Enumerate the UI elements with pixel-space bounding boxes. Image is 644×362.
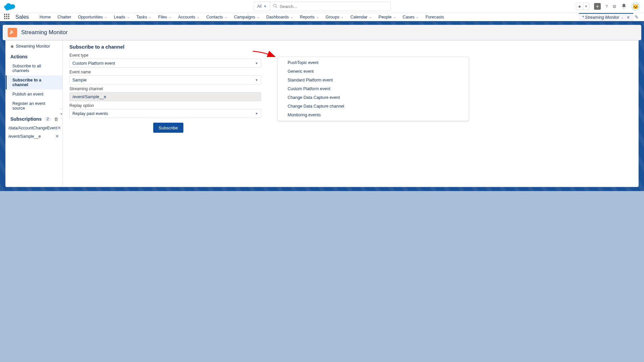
nav-item-people[interactable]: People⌄ xyxy=(375,13,399,21)
global-header: All ▼ ★ ▼ ＋ ? ⚙ 🐱 xyxy=(0,0,644,13)
active-tab-label: * Streaming Monitor xyxy=(582,15,619,20)
chevron-down-icon: ⌄ xyxy=(369,15,372,19)
page-title: Streaming Monitor xyxy=(21,29,68,36)
dropdown-option[interactable]: Standard Platform event xyxy=(278,76,469,84)
nav-item-home[interactable]: Home xyxy=(36,13,54,21)
nav-item-opportunities[interactable]: Opportunities⌄ xyxy=(74,13,110,21)
app-name: Sales xyxy=(15,14,29,20)
dropdown-option[interactable]: Monitoring events xyxy=(278,111,469,119)
chevron-down-icon: ⌄ xyxy=(416,15,419,19)
salesforce-logo-icon xyxy=(4,2,17,11)
event-type-select[interactable]: Custom Platform event ▼ xyxy=(69,59,261,68)
chevron-down-icon: ⌄ xyxy=(149,15,152,19)
chevron-down-icon: ▼ xyxy=(255,78,258,82)
subscription-label: /event/Sample__e xyxy=(8,134,41,139)
chevron-down-icon: ⌄ xyxy=(291,15,293,19)
chevron-down-icon: ⌄ xyxy=(393,15,396,19)
user-avatar[interactable]: 🐱 xyxy=(631,2,640,11)
nav-item-label: Groups xyxy=(326,15,339,19)
main-card: ◉ Streaming Monitor Actions Subscribe to… xyxy=(5,40,639,187)
dropdown-option[interactable]: Change Data Capture event xyxy=(278,93,469,102)
sidebar-action-2[interactable]: Publish an event xyxy=(6,89,62,99)
nav-item-dashboards[interactable]: Dashboards⌄ xyxy=(263,13,296,21)
header-actions: ★ ▼ ＋ ? ⚙ 🐱 xyxy=(576,2,640,11)
nav-tabs: HomeChatterOpportunities⌄Leads⌄Tasks⌄Fil… xyxy=(36,13,579,21)
nav-item-leads[interactable]: Leads⌄ xyxy=(111,13,133,21)
search-scope-dropdown[interactable]: All ▼ xyxy=(253,2,270,11)
subscription-item[interactable]: /data/AccountChangeEvent✕ xyxy=(6,124,62,132)
question-icon: ? xyxy=(605,4,608,9)
global-add-button[interactable]: ＋ xyxy=(594,3,601,10)
nav-item-chatter[interactable]: Chatter xyxy=(54,13,74,21)
replay-option-select[interactable]: Replay past events ▼ xyxy=(69,109,261,118)
nav-item-label: Cases xyxy=(403,15,414,19)
global-search: All ▼ xyxy=(253,2,391,11)
dropdown-option[interactable]: Custom Platform event xyxy=(278,84,469,93)
chevron-down-icon: ⌄ xyxy=(257,15,259,19)
remove-subscription-icon[interactable]: ✕ xyxy=(55,134,59,139)
sidebar-action-3[interactable]: Register an event source xyxy=(6,99,62,113)
chevron-down-icon: ⌄ xyxy=(105,15,107,19)
nav-item-tasks[interactable]: Tasks⌄ xyxy=(133,13,155,21)
nav-item-label: Home xyxy=(40,15,51,19)
nav-item-label: Reports xyxy=(300,15,315,19)
nav-item-reports[interactable]: Reports⌄ xyxy=(297,13,323,21)
chevron-down-icon: ▼ xyxy=(583,5,589,8)
streaming-channel-field: /event/Sample__e xyxy=(69,92,261,101)
sidebar-action-0[interactable]: Subscribe to all channels xyxy=(6,61,62,75)
tab-streaming-monitor[interactable]: * Streaming Monitor ⌄ ✕ xyxy=(579,13,633,21)
chevron-down-icon: ⌄ xyxy=(225,15,227,19)
nav-item-contacts[interactable]: Contacts⌄ xyxy=(203,13,231,21)
chevron-left-icon: ◂ xyxy=(60,112,62,115)
content-title: Subscribe to a channel xyxy=(69,44,632,50)
chevron-down-icon: ⌄ xyxy=(621,16,624,19)
search-input[interactable] xyxy=(270,2,391,11)
favorites-button[interactable]: ★ ▼ xyxy=(576,3,589,10)
streaming-channel-value: /event/Sample__e xyxy=(72,95,106,99)
page-header: Streaming Monitor xyxy=(3,25,641,40)
dropdown-option[interactable]: PushTopic event xyxy=(278,58,469,67)
nav-item-label: People xyxy=(378,15,392,19)
dropdown-option[interactable]: Change Data Capture channel xyxy=(278,102,469,111)
subscribe-button[interactable]: Subscribe xyxy=(153,123,183,133)
blue-background-band: Streaming Monitor ◉ Streaming Monitor Ac… xyxy=(0,22,644,191)
sidebar-collapse-handle[interactable]: ◂ xyxy=(60,109,63,119)
nav-item-campaigns[interactable]: Campaigns⌄ xyxy=(231,13,263,21)
event-name-select[interactable]: Sample ▼ xyxy=(69,75,261,84)
sidebar-action-1[interactable]: Subscribe to a channel xyxy=(6,75,62,89)
nav-item-accounts[interactable]: Accounts⌄ xyxy=(175,13,203,21)
edit-nav-button[interactable]: ✎ xyxy=(633,14,640,20)
chevron-down-icon: ⌄ xyxy=(127,15,130,19)
nav-item-forecasts[interactable]: Forecasts xyxy=(422,13,447,21)
help-button[interactable]: ? xyxy=(605,4,608,9)
dropdown-option[interactable]: Generic event xyxy=(278,67,469,76)
close-tab-icon[interactable]: ✕ xyxy=(627,15,630,20)
bell-icon xyxy=(621,3,627,10)
app-launcher-icon[interactable] xyxy=(4,14,11,20)
event-type-dropdown-popover: PushTopic eventGeneric eventStandard Pla… xyxy=(277,57,469,121)
actions-heading: Actions xyxy=(6,52,62,61)
nav-item-calendar[interactable]: Calendar⌄ xyxy=(347,13,375,21)
notifications-button[interactable] xyxy=(621,3,627,10)
nav-item-label: Leads xyxy=(114,15,125,19)
search-scope-label: All xyxy=(257,4,261,9)
clear-subscriptions-button[interactable]: 🗑 xyxy=(54,117,58,122)
nav-item-label: Contacts xyxy=(207,15,223,19)
subscriptions-heading: Subscriptions xyxy=(10,116,42,122)
nav-item-cases[interactable]: Cases⌄ xyxy=(399,13,422,21)
subscription-item[interactable]: /event/Sample__e✕ xyxy=(6,132,62,140)
nav-item-label: Forecasts xyxy=(425,15,444,19)
gear-icon: ⚙ xyxy=(612,4,617,9)
subscriptions-count-badge: 2 xyxy=(44,117,51,121)
nav-item-label: Tasks xyxy=(136,15,147,19)
nav-item-groups[interactable]: Groups⌄ xyxy=(322,13,347,21)
chevron-down-icon: ⌄ xyxy=(341,15,344,19)
setup-button[interactable]: ⚙ xyxy=(612,4,617,9)
remove-subscription-icon[interactable]: ✕ xyxy=(57,125,61,130)
nav-item-label: Campaigns xyxy=(234,15,255,19)
nav-item-label: Opportunities xyxy=(78,15,103,19)
nav-item-label: Calendar xyxy=(350,15,367,19)
trash-icon: 🗑 xyxy=(54,117,58,122)
nav-item-files[interactable]: Files⌄ xyxy=(155,13,175,21)
chevron-down-icon: ⌄ xyxy=(169,15,171,19)
